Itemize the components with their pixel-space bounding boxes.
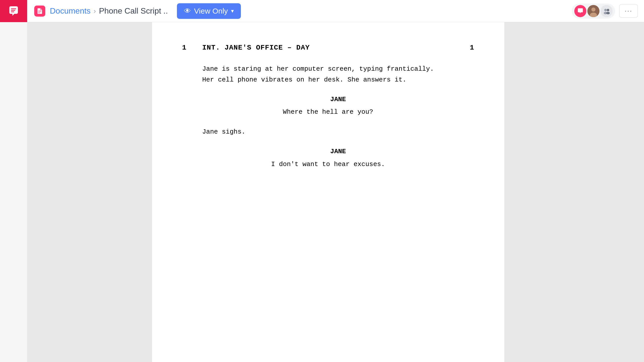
character-name-1: JANE: [202, 94, 474, 105]
character-name-2: JANE: [202, 146, 474, 157]
document-page: 1 INT. JANE'S OFFICE – DAY 1 Jane is sta…: [152, 22, 504, 362]
chevron-down-icon: ▾: [231, 8, 234, 14]
action-block-2: Jane sighs.: [202, 127, 474, 137]
avatar-user-photo[interactable]: [587, 5, 599, 17]
breadcrumb-separator: ›: [94, 7, 96, 15]
view-only-label: View Only: [194, 7, 228, 15]
breadcrumb-current: Phone Call Script ..: [99, 6, 168, 16]
scene-heading: INT. JANE'S OFFICE – DAY: [202, 42, 310, 54]
more-options-button[interactable]: ···: [619, 4, 638, 18]
nav-left: Documents › Phone Call Script .. 👁 View …: [27, 3, 572, 19]
action-text-1: Jane is staring at her computer screen, …: [202, 65, 434, 84]
scene-number-right: 1: [470, 42, 474, 54]
breadcrumb: Documents › Phone Call Script ..: [50, 6, 168, 16]
svg-point-13: [606, 12, 610, 14]
avatar-cluster: [572, 4, 615, 19]
document-canvas-wrapper: 1 INT. JANE'S OFFICE – DAY 1 Jane is sta…: [27, 22, 629, 362]
nav-doc-icon: [34, 6, 45, 17]
svg-point-10: [604, 9, 607, 11]
nav-right: ···: [572, 4, 638, 19]
avatar-people-icon[interactable]: [600, 5, 613, 17]
left-sidebar-strip: [0, 22, 27, 362]
scene-header-row: 1 INT. JANE'S OFFICE – DAY 1: [182, 42, 474, 54]
svg-point-8: [591, 8, 595, 12]
app-logo: [0, 0, 27, 22]
scene-header-left: 1 INT. JANE'S OFFICE – DAY: [182, 42, 310, 54]
dialogue-2: I don't want to hear excuses.: [182, 159, 474, 170]
dialogue-1: Where the hell are you?: [182, 107, 474, 117]
svg-point-12: [607, 9, 609, 11]
view-only-button[interactable]: 👁 View Only ▾: [177, 3, 241, 19]
action-block-1: Jane is staring at her computer screen, …: [202, 64, 474, 85]
main-area: 1 INT. JANE'S OFFICE – DAY 1 Jane is sta…: [0, 22, 644, 362]
more-label: ···: [625, 7, 632, 15]
scene-number-left: 1: [182, 42, 192, 54]
eye-icon: 👁: [184, 7, 191, 15]
avatar-chat-icon[interactable]: [574, 5, 586, 17]
navbar: Documents › Phone Call Script .. 👁 View …: [0, 0, 644, 22]
breadcrumb-link[interactable]: Documents: [50, 6, 91, 16]
right-sidebar-strip: [629, 22, 644, 362]
